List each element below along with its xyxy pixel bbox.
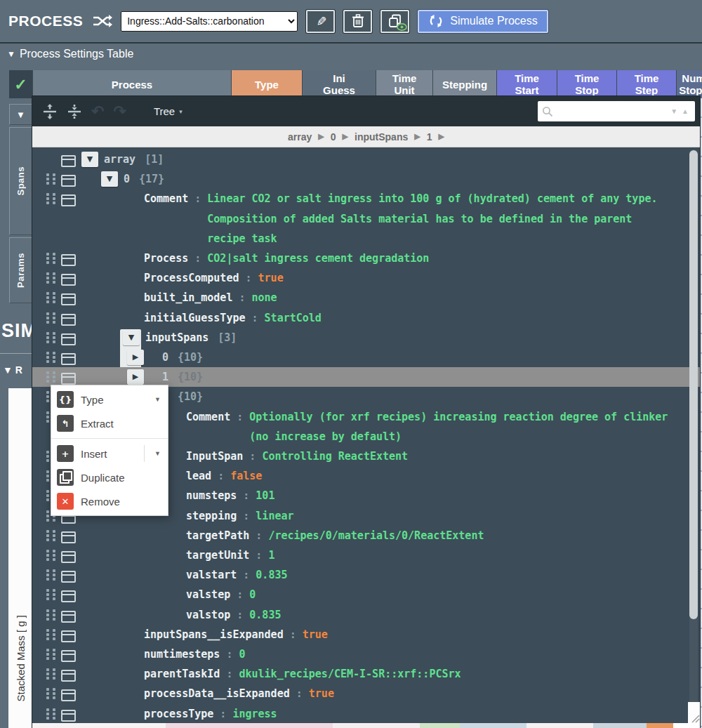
row-action-menu-icon[interactable] bbox=[61, 353, 76, 365]
drag-handle-icon[interactable] bbox=[46, 371, 55, 383]
node-value[interactable]: false bbox=[230, 466, 262, 486]
tree-row-processtype[interactable]: processType : ingress bbox=[32, 704, 700, 723]
tree-row-valstep[interactable]: valstep : 0 bbox=[32, 585, 700, 604]
select-all-cell[interactable]: ✓ bbox=[9, 70, 32, 98]
tree-row-processdata-isexpanded[interactable]: processData__isExpanded : true bbox=[32, 684, 700, 703]
drag-handle-icon[interactable] bbox=[46, 708, 55, 720]
drag-handle-icon[interactable] bbox=[46, 352, 55, 364]
tree-row-numtimesteps[interactable]: numtimesteps : 0 bbox=[32, 644, 700, 664]
search-input[interactable] bbox=[557, 105, 668, 118]
drag-handle-icon[interactable] bbox=[46, 292, 55, 304]
resize-grip[interactable] bbox=[688, 702, 700, 723]
process-selector[interactable]: Ingress::Add-Salts::carbonation bbox=[121, 11, 298, 32]
drag-handle-icon[interactable] bbox=[46, 530, 55, 542]
column-header-type[interactable]: Type bbox=[232, 70, 302, 98]
copy-process-button[interactable] bbox=[380, 10, 409, 33]
expand-node-icon[interactable]: ▶ bbox=[127, 350, 144, 365]
breadcrumb-item-inputspans[interactable]: inputSpans bbox=[355, 131, 408, 143]
tree-row-processcomputed[interactable]: ProcessComputed : true bbox=[32, 268, 700, 288]
row-action-menu-icon[interactable] bbox=[61, 670, 76, 682]
collapse-all-button[interactable] bbox=[67, 104, 82, 119]
column-header-time-unit[interactable]: Time Unit bbox=[376, 70, 432, 98]
undo-button[interactable]: ↶ bbox=[91, 102, 104, 121]
row-action-menu-icon[interactable] bbox=[61, 274, 76, 286]
collapse-node-icon[interactable]: ▼ bbox=[123, 330, 140, 345]
drag-handle-icon[interactable] bbox=[46, 332, 55, 344]
row-action-menu-icon[interactable] bbox=[61, 293, 76, 305]
node-value[interactable]: Optionally (for xrf recipes) increasing … bbox=[249, 407, 668, 446]
drag-handle-icon[interactable] bbox=[46, 173, 55, 185]
expand-node-icon[interactable]: ▶ bbox=[127, 369, 144, 385]
drag-handle-icon[interactable] bbox=[46, 609, 55, 621]
drag-handle-icon[interactable] bbox=[46, 312, 55, 324]
row-action-menu-icon[interactable] bbox=[61, 314, 76, 326]
column-header-time-stop[interactable]: Time Stop bbox=[557, 70, 616, 98]
drag-handle-icon[interactable] bbox=[46, 668, 55, 680]
tree-row-0[interactable]: ▼0{17} bbox=[32, 169, 700, 189]
column-header-num-stops[interactable]: Num Stops bbox=[677, 70, 702, 98]
collapse-node-icon[interactable]: ▼ bbox=[81, 152, 98, 167]
mode-dropdown[interactable]: Tree ▾ bbox=[154, 105, 183, 117]
node-value[interactable]: CO2|salt ingress cement degradation bbox=[207, 249, 429, 268]
drag-handle-icon[interactable] bbox=[46, 629, 55, 641]
row-group-spans[interactable]: Spans bbox=[9, 127, 32, 235]
expand-all-button[interactable] bbox=[42, 104, 58, 119]
tree-row-initialguesstype[interactable]: initialGuessType : StartCold bbox=[32, 308, 700, 328]
row-action-menu-icon[interactable] bbox=[61, 689, 76, 701]
row-collapse-cell[interactable]: ▼ bbox=[9, 104, 32, 125]
node-value[interactable]: Linear CO2 or salt ingress into 100 g of… bbox=[207, 189, 657, 249]
node-value[interactable]: 101 bbox=[256, 486, 274, 505]
search-prev-icon[interactable]: ▲ bbox=[680, 107, 691, 115]
row-action-menu-icon[interactable] bbox=[61, 373, 76, 385]
row-action-menu-icon[interactable] bbox=[61, 551, 76, 563]
node-value[interactable]: true bbox=[309, 684, 334, 703]
tree-row-0[interactable]: ▶0{10} bbox=[32, 348, 700, 367]
node-value[interactable]: Controlling ReactExtent bbox=[262, 446, 408, 466]
tree-row-built-in-model[interactable]: built_in_model : none bbox=[32, 288, 700, 307]
column-header-stepping[interactable]: Stepping bbox=[433, 70, 496, 98]
row-action-menu-icon[interactable] bbox=[61, 175, 76, 187]
row-action-menu-icon[interactable] bbox=[61, 710, 76, 722]
row-action-menu-icon[interactable] bbox=[61, 571, 76, 583]
column-header-time-step[interactable]: Time Step bbox=[617, 70, 676, 98]
row-action-menu-icon[interactable] bbox=[61, 254, 76, 266]
edit-button[interactable]: ✎ bbox=[306, 10, 335, 33]
row-action-menu-icon[interactable] bbox=[61, 531, 76, 543]
breadcrumb-item-0[interactable]: 0 bbox=[331, 131, 336, 143]
row-group-params[interactable]: Params bbox=[9, 237, 32, 303]
tree-row-comment[interactable]: Comment : Linear CO2 or salt ingress int… bbox=[32, 189, 700, 249]
delete-button[interactable] bbox=[343, 10, 372, 33]
tree-row-valstop[interactable]: valstop : 0.835 bbox=[32, 605, 700, 625]
row-action-menu-icon[interactable] bbox=[61, 155, 76, 167]
tree-row-array[interactable]: ▼array[1] bbox=[32, 150, 700, 169]
node-value[interactable]: 0 bbox=[249, 585, 256, 604]
row-action-menu-icon[interactable] bbox=[61, 650, 76, 662]
process-settings-section-toggle[interactable]: ▼ Process Settings Table bbox=[7, 48, 133, 60]
menu-item-remove[interactable]: ✕Remove bbox=[51, 489, 168, 513]
node-value[interactable]: StartCold bbox=[265, 308, 322, 328]
node-value[interactable]: true bbox=[258, 268, 284, 288]
drag-handle-icon[interactable] bbox=[46, 649, 55, 661]
node-value[interactable]: 1 bbox=[268, 545, 274, 565]
drag-handle-icon[interactable] bbox=[46, 193, 55, 205]
tree-row-parenttaskid[interactable]: parentTaskId : dkulik_recipes/CEM-I-SR::… bbox=[32, 664, 700, 684]
results-section-toggle-clipped[interactable]: ▼ R bbox=[3, 364, 32, 376]
tree-row-targetpath[interactable]: targetPath : /recipes/0/materials/0/Reac… bbox=[32, 526, 700, 545]
column-header-time-start[interactable]: Time Start bbox=[497, 70, 557, 98]
drag-handle-icon[interactable] bbox=[46, 569, 55, 581]
drag-handle-icon[interactable] bbox=[46, 253, 55, 265]
drag-handle-icon[interactable] bbox=[46, 688, 55, 700]
search-next-icon[interactable]: ▼ bbox=[668, 107, 680, 115]
row-action-menu-icon[interactable] bbox=[61, 630, 76, 642]
tree-row-targetunit[interactable]: targetUnit : 1 bbox=[32, 545, 700, 565]
drag-handle-icon[interactable] bbox=[46, 550, 55, 562]
column-header-process[interactable]: Process bbox=[33, 70, 231, 98]
row-action-menu-icon[interactable] bbox=[61, 194, 76, 206]
scrollbar-thumb[interactable] bbox=[689, 150, 698, 619]
tree-row-inputspans[interactable]: ▼inputSpans[3] bbox=[32, 328, 700, 348]
collapse-node-icon[interactable]: ▼ bbox=[101, 171, 118, 187]
node-value[interactable]: true bbox=[303, 625, 328, 644]
menu-item-extract[interactable]: ↰Extract bbox=[51, 411, 168, 435]
drag-handle-icon[interactable] bbox=[46, 589, 55, 601]
breadcrumb-item-array[interactable]: array bbox=[288, 131, 312, 143]
